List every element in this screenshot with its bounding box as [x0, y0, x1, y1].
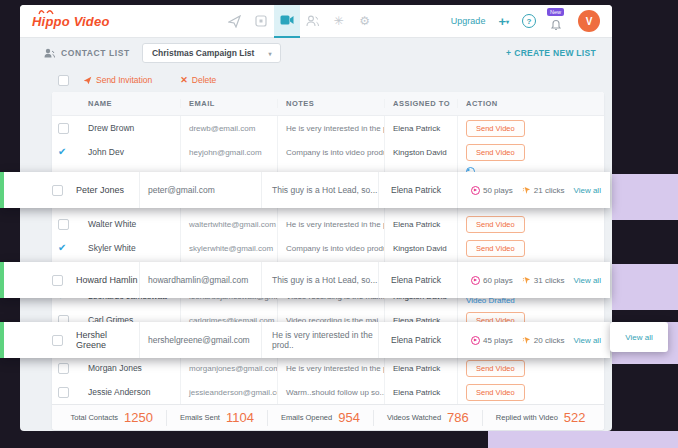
- plays-stat: ▶50 plays: [471, 186, 513, 195]
- clicks-icon: [522, 336, 531, 345]
- row-stats: ▶50 plays 21 clicks View all: [457, 172, 610, 208]
- contact-email: waltertwhite@gmail.com: [180, 212, 277, 236]
- popped-row[interactable]: Hershel Greene hershelgreene@gmail.com H…: [0, 322, 610, 358]
- footer-stat: Emails Sent 1104: [166, 410, 267, 426]
- send-video-button[interactable]: Send Video: [466, 384, 525, 401]
- close-icon: ✕: [180, 75, 188, 85]
- contact-notes: Warm..should follow up so...: [277, 380, 384, 404]
- row-checkbox[interactable]: ✔: [58, 147, 66, 157]
- contact-name: Jessie Anderson: [80, 380, 180, 404]
- stat-label: Emails Opened: [281, 413, 332, 422]
- col-header-action: ACTION: [457, 99, 604, 108]
- row-checkbox[interactable]: [58, 219, 69, 230]
- select-all-checkbox[interactable]: [58, 75, 69, 86]
- row-checkbox[interactable]: [58, 363, 69, 374]
- popped-row[interactable]: Howard Hamlin howardhamlin@gmail.com Thi…: [0, 262, 610, 298]
- view-all-popover[interactable]: View all: [610, 322, 668, 352]
- delete-button[interactable]: ✕ Delete: [180, 75, 216, 85]
- plays-icon: ▶: [471, 186, 480, 195]
- row-checkbox[interactable]: [58, 387, 69, 398]
- nav-right-group: Upgrade +▾ ? New V: [451, 10, 600, 32]
- footer-stat: Replied with Video 522: [482, 410, 599, 426]
- contact-action-cell: Send Video: [457, 116, 604, 140]
- contact-email: skylerwhite@gmail.com: [180, 236, 277, 260]
- upgrade-link[interactable]: Upgrade: [451, 16, 486, 26]
- row-checkbox[interactable]: [58, 123, 69, 134]
- contact-list-icon: [44, 48, 55, 58]
- plays-stat: ▶60 plays: [471, 276, 513, 285]
- send-video-button[interactable]: Send Video: [466, 360, 525, 377]
- stat-value: 1250: [124, 410, 153, 425]
- send-video-button[interactable]: Send Video: [466, 216, 525, 233]
- send-video-button[interactable]: Send Video: [466, 240, 525, 257]
- contact-name: Howard Hamlin: [76, 275, 138, 285]
- record-icon[interactable]: [248, 5, 274, 38]
- video-library-tab-icon[interactable]: [274, 5, 300, 38]
- send-icon: [83, 76, 92, 85]
- app-window: Hippo Video ✳ ⚙ Upgrade +▾ ? New: [20, 5, 612, 431]
- campaign-list-dropdown[interactable]: Christmas Campaign List ▾: [142, 43, 282, 63]
- send-campaign-icon[interactable]: [222, 5, 248, 38]
- help-icon[interactable]: ?: [522, 14, 536, 28]
- send-video-button[interactable]: Send Video: [466, 120, 525, 137]
- row-stats: ▶45 plays 20 clicks View all: [457, 322, 610, 358]
- contact-name: Hershel Greene: [76, 330, 139, 350]
- top-nav: Hippo Video ✳ ⚙ Upgrade +▾ ? New: [20, 5, 612, 38]
- popped-row[interactable]: Peter Jones peter@gmail.com This guy is …: [0, 172, 610, 208]
- contact-list-label: CONTACT LIST: [61, 48, 130, 58]
- create-new-list-button[interactable]: +CREATE NEW LIST: [506, 48, 596, 58]
- stat-label: Videos Watched: [387, 413, 441, 422]
- view-all-link[interactable]: View all: [573, 276, 600, 285]
- contacts-table-card: NAME EMAIL NOTES ASSIGNED TO ACTION Drew…: [52, 92, 604, 430]
- stat-value: 522: [564, 410, 586, 425]
- contact-email: heyjohn@gmail.com: [180, 140, 277, 164]
- new-badge: New: [547, 8, 564, 16]
- contact-action-cell: Send Video: [457, 212, 604, 236]
- table-row: Jessie Anderson jessieanderson@gmail.com…: [52, 380, 604, 404]
- contact-action-cell: Send Video: [457, 140, 604, 164]
- table-body: Drew Brown drewb@email.com He is very in…: [52, 116, 604, 404]
- quick-add-button[interactable]: +▾: [498, 15, 509, 28]
- avatar[interactable]: V: [578, 10, 600, 32]
- table-row: ✔ Skyler White skylerwhite@gmail.com Com…: [52, 236, 604, 260]
- row-checkbox[interactable]: [52, 275, 63, 286]
- table-row: Morgan Jones morganjones@gmail.com He is…: [52, 356, 604, 380]
- plays-icon: ▶: [471, 276, 480, 285]
- stats-footer: Total Contacts 1250 Emails Sent 1104 Ema…: [52, 404, 604, 430]
- table-row: Walter White waltertwhite@gmail.com He i…: [52, 212, 604, 236]
- contact-name: Drew Brown: [80, 116, 180, 140]
- clicks-icon: [522, 186, 531, 195]
- stat-value: 786: [447, 410, 469, 425]
- contacts-icon[interactable]: [300, 5, 326, 38]
- col-header-name: NAME: [80, 99, 180, 108]
- view-all-link[interactable]: View all: [573, 336, 600, 345]
- hippo-video-logo[interactable]: Hippo Video: [32, 14, 110, 29]
- nav-icon-bar: ✳ ⚙: [222, 5, 378, 38]
- logo-text: Hippo Video: [32, 14, 110, 29]
- contact-notes: He is very interested in the prod..: [277, 116, 384, 140]
- view-all-link[interactable]: View all: [625, 333, 652, 342]
- integrations-icon[interactable]: ✳: [326, 5, 352, 38]
- row-checkbox[interactable]: [52, 185, 63, 196]
- col-header-email: EMAIL: [180, 99, 277, 108]
- hippo-ears-icon: [38, 8, 54, 15]
- row-checkbox[interactable]: ✔: [58, 243, 66, 253]
- settings-gear-icon[interactable]: ⚙: [352, 5, 378, 38]
- view-all-link[interactable]: View all: [573, 186, 600, 195]
- contact-notes: He is very interested in the prod..: [277, 356, 384, 380]
- notifications-bell[interactable]: New: [549, 11, 565, 31]
- stat-value: 954: [338, 410, 360, 425]
- contact-assigned: Elena Patrick: [378, 262, 457, 298]
- send-video-button[interactable]: Send Video: [466, 144, 525, 161]
- dropdown-value: Christmas Campaign List: [152, 48, 255, 58]
- contact-assigned: Elena Patrick: [384, 380, 457, 404]
- contact-email: drewb@email.com: [180, 116, 277, 140]
- contact-email: peter@gmail.com: [139, 172, 261, 208]
- clicks-stat: 20 clicks: [522, 336, 565, 345]
- plays-icon: ▶: [471, 336, 480, 345]
- chevron-down-icon: ▾: [268, 50, 271, 57]
- row-checkbox[interactable]: [52, 335, 63, 346]
- contact-email: howardhamlin@gmail.com: [139, 262, 261, 298]
- send-invitation-button[interactable]: Send Invitation: [83, 75, 152, 85]
- contact-assigned: Elena Patrick: [378, 172, 457, 208]
